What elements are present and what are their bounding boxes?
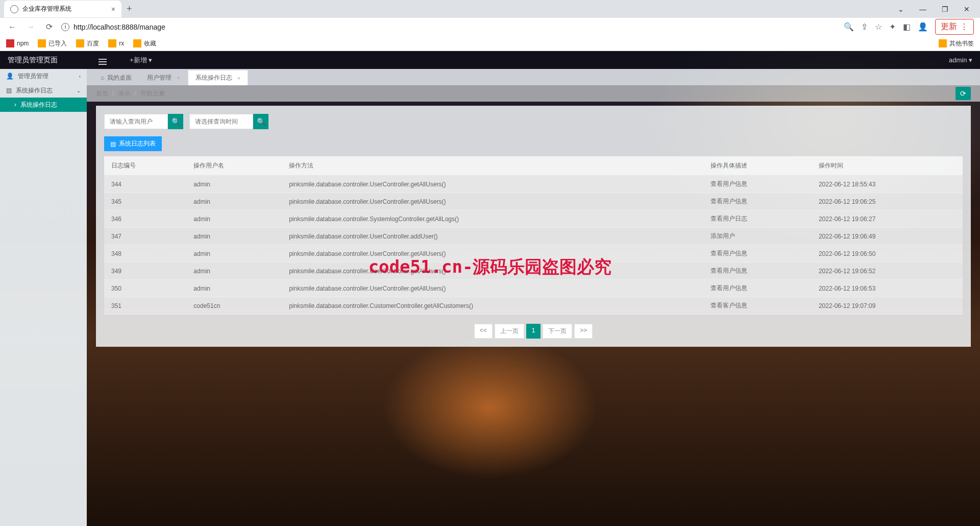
search-user-button[interactable]: 🔍 [168, 114, 183, 129]
chevron-right-icon: › [14, 101, 16, 108]
bookmark-fav[interactable]: 收藏 [133, 39, 156, 48]
breadcrumb-demo[interactable]: 演示 [118, 89, 130, 98]
folder-icon [38, 39, 46, 47]
search-time-input[interactable] [189, 114, 253, 129]
extensions-icon[interactable]: ✦ [889, 22, 896, 32]
minimize-icon[interactable]: — [917, 3, 929, 16]
tab-desktop[interactable]: ⌂ 我的桌面 [93, 70, 139, 85]
search-user-group: 🔍 [104, 114, 183, 129]
cell-time: 2022-06-12 19:06:53 [812, 280, 963, 297]
separator: / [134, 90, 136, 97]
table-row[interactable]: 348adminpinksmile.database.controller.Us… [104, 245, 963, 262]
close-window-icon[interactable]: ✕ [961, 3, 972, 16]
url-field[interactable]: i http://localhost:8888/manage [61, 23, 838, 31]
side-panel-icon[interactable]: ◧ [903, 22, 911, 32]
bookmark-imported[interactable]: 已导入 [38, 39, 67, 48]
profile-icon[interactable]: 👤 [918, 22, 928, 32]
sidebar-item-label: 系统操作日志 [16, 86, 53, 95]
tab-label: 我的桌面 [107, 74, 132, 82]
tab-syslog[interactable]: 系统操作日志 × [188, 70, 248, 85]
folder-icon [108, 39, 116, 47]
breadcrumb-current: 导航元素 [140, 89, 165, 98]
reload-button[interactable]: ⟳ [43, 21, 55, 33]
cell-user: admin [186, 280, 282, 297]
tab-users[interactable]: 用户管理 × [139, 70, 187, 85]
cell-id: 350 [104, 280, 186, 297]
folder-icon [939, 39, 947, 47]
table-row[interactable]: 351code51cnpinksmile.database.controller… [104, 297, 963, 315]
cell-user: code51cn [186, 297, 282, 315]
star-icon[interactable]: ☆ [875, 22, 882, 32]
cell-method: pinksmile.database.controller.UserContro… [282, 176, 703, 193]
maximize-icon[interactable]: ❐ [939, 3, 951, 16]
list-title: 系统日志列表 [119, 139, 156, 148]
user-icon: 👤 [6, 73, 14, 80]
col-desc: 操作具体描述 [703, 156, 812, 176]
search-time-button[interactable]: 🔍 [253, 114, 268, 129]
pagination: << 上一页 1 下一页 >> [104, 324, 963, 339]
refresh-button[interactable]: ⟳ [955, 87, 971, 100]
cell-time: 2022-06-12 19:07:09 [812, 297, 963, 315]
cell-desc: 查看用户信息 [703, 245, 812, 262]
bookmark-npm[interactable]: npm [6, 39, 29, 47]
page-last[interactable]: >> [574, 324, 593, 339]
table-row[interactable]: 349adminpinksmile.database.controller.Us… [104, 262, 963, 280]
cell-user: admin [186, 245, 282, 262]
table-row[interactable]: 346adminpinksmile.database.controller.Sy… [104, 210, 963, 228]
window-controls: ⌄ — ❐ ✕ [895, 3, 980, 16]
bookmark-rx[interactable]: rx [108, 39, 124, 47]
cell-desc: 查看用户信息 [703, 193, 812, 210]
cell-time: 2022-06-12 18:55:43 [812, 176, 963, 193]
close-icon[interactable]: × [111, 5, 115, 13]
page-prev[interactable]: 上一页 [495, 324, 524, 339]
close-icon[interactable]: × [177, 75, 180, 81]
cell-id: 344 [104, 176, 186, 193]
table-row[interactable]: 345adminpinksmile.database.controller.Us… [104, 193, 963, 210]
forward-button[interactable]: → [24, 21, 37, 33]
tab-label: 系统操作日志 [195, 74, 232, 82]
table-row[interactable]: 350adminpinksmile.database.controller.Us… [104, 280, 963, 297]
table-row[interactable]: 344adminpinksmile.database.controller.Us… [104, 176, 963, 193]
site-info-icon[interactable]: i [61, 23, 69, 31]
bookmark-baidu[interactable]: 百度 [76, 39, 99, 48]
breadcrumb: 首页 / 演示 / 导航元素 ⟳ [87, 85, 980, 102]
table-row[interactable]: 347adminpinksmile.database.controller.Us… [104, 228, 963, 245]
col-id: 日志编号 [104, 156, 186, 176]
cell-method: pinksmile.database.controller.UserContro… [282, 262, 703, 280]
cell-desc: 查看用户信息 [703, 280, 812, 297]
sidebar-item-syslog[interactable]: ▤ 系统操作日志 ⌄ [0, 83, 87, 98]
user-menu[interactable]: admin ▾ [949, 56, 972, 64]
close-icon[interactable]: × [237, 75, 240, 81]
cell-desc: 添加用户 [703, 228, 812, 245]
sidebar-item-admin[interactable]: 👤 管理员管理 ‹ [0, 69, 87, 83]
back-button[interactable]: ← [6, 21, 18, 33]
chevron-down-icon: ⌄ [77, 88, 81, 93]
cell-id: 345 [104, 193, 186, 210]
browser-tab[interactable]: 企业库存管理系统 × [4, 1, 121, 17]
other-bookmarks[interactable]: 其他书签 [939, 39, 974, 48]
globe-icon [10, 5, 18, 13]
browser-chrome: 企业库存管理系统 × + ⌄ — ❐ ✕ ← → ⟳ i http://loca… [0, 0, 980, 51]
cell-user: admin [186, 176, 282, 193]
new-tab-button[interactable]: + [127, 4, 132, 14]
cell-desc: 查看客户信息 [703, 297, 812, 315]
sidebar-item-syslog-child[interactable]: › 系统操作日志 [0, 98, 87, 112]
update-button[interactable]: 更新⋮ [935, 19, 974, 35]
page-first[interactable]: << [474, 324, 493, 339]
log-table: 日志编号 操作用户名 操作方法 操作具体描述 操作时间 344adminpink… [104, 156, 963, 315]
tab-title: 企业库存管理系统 [22, 5, 71, 13]
share-icon[interactable]: ⇪ [861, 22, 868, 32]
window-dropdown-icon[interactable]: ⌄ [895, 3, 906, 16]
search-user-input[interactable] [104, 114, 168, 129]
url-text: http://localhost:8888/manage [74, 23, 165, 31]
content-panel: 🔍 🔍 ▤ 系统日志列表 日志编号 操作用户名 [96, 106, 971, 347]
page-current[interactable]: 1 [526, 324, 541, 339]
page-next[interactable]: 下一页 [543, 324, 572, 339]
zoom-icon[interactable]: 🔍 [844, 22, 854, 32]
col-method: 操作方法 [282, 156, 703, 176]
sidebar-toggle[interactable] [93, 52, 112, 68]
separator: / [112, 90, 114, 97]
add-new-button[interactable]: +新增 ▾ [125, 56, 157, 65]
col-user: 操作用户名 [186, 156, 282, 176]
breadcrumb-home[interactable]: 首页 [96, 89, 108, 98]
